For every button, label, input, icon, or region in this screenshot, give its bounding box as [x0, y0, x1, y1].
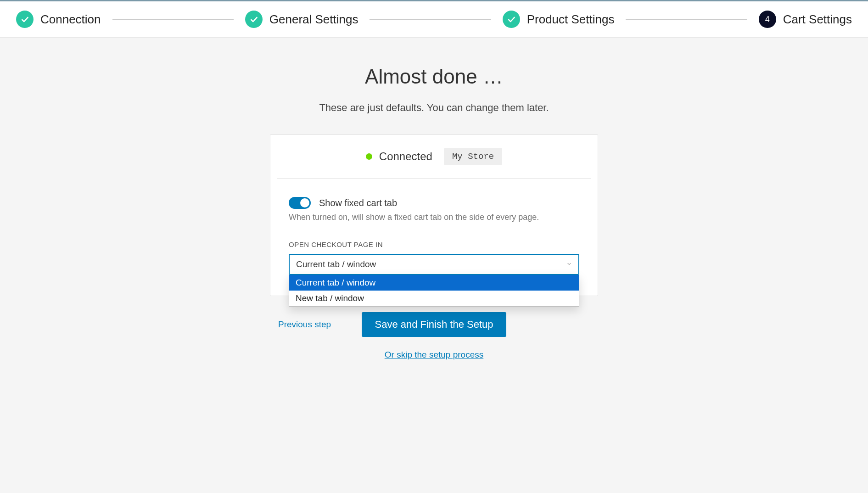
connector [112, 19, 234, 20]
main-content: Almost done … These are just defaults. Y… [205, 38, 664, 378]
status-dot-icon [366, 153, 372, 160]
check-icon [503, 11, 520, 28]
toggle-knob [300, 198, 309, 207]
step-general-settings[interactable]: General Settings [245, 11, 358, 28]
previous-step-link[interactable]: Previous step [278, 319, 331, 330]
step-label: Product Settings [527, 12, 615, 27]
check-icon [245, 11, 263, 28]
connector [370, 19, 491, 20]
settings-card: Connected My Store Show fixed cart tab W… [270, 134, 598, 296]
show-fixed-cart-toggle[interactable] [289, 197, 311, 209]
checkout-dropdown: Current tab / window New tab / window [289, 275, 579, 307]
dropdown-option-new-tab[interactable]: New tab / window [289, 291, 579, 306]
step-cart-settings[interactable]: 4 Cart Settings [759, 11, 852, 28]
toggle-row: Show fixed cart tab [289, 197, 579, 209]
stepper: Connection General Settings Product Sett… [0, 1, 868, 38]
checkout-select[interactable]: Current tab / window [289, 254, 579, 275]
dropdown-option-current-tab[interactable]: Current tab / window [289, 275, 579, 291]
status-text: Connected [379, 150, 432, 163]
store-badge: My Store [444, 148, 502, 165]
select-value: Current tab / window [296, 259, 376, 269]
actions-row: Previous step Save and Finish the Setup [270, 312, 598, 337]
step-number-icon: 4 [759, 11, 776, 28]
connection-status: Connected My Store [270, 135, 598, 178]
connector [626, 19, 747, 20]
page-title: Almost done … [214, 65, 655, 88]
page-subtitle: These are just defaults. You can change … [214, 102, 655, 114]
save-finish-button[interactable]: Save and Finish the Setup [362, 312, 506, 337]
step-label: Connection [40, 12, 101, 27]
chevron-down-icon [566, 261, 572, 268]
checkout-field-label: OPEN CHECKOUT PAGE IN [289, 241, 579, 248]
skip-setup-link[interactable]: Or skip the setup process [214, 350, 655, 360]
step-label: General Settings [269, 12, 358, 27]
checkout-select-wrap: Current tab / window Current tab / windo… [289, 254, 579, 275]
step-connection[interactable]: Connection [16, 11, 101, 28]
toggle-description: When turned on, will show a fixed cart t… [289, 213, 579, 222]
step-label: Cart Settings [783, 12, 852, 27]
check-icon [16, 11, 34, 28]
toggle-label: Show fixed cart tab [319, 198, 397, 208]
step-product-settings[interactable]: Product Settings [503, 11, 615, 28]
